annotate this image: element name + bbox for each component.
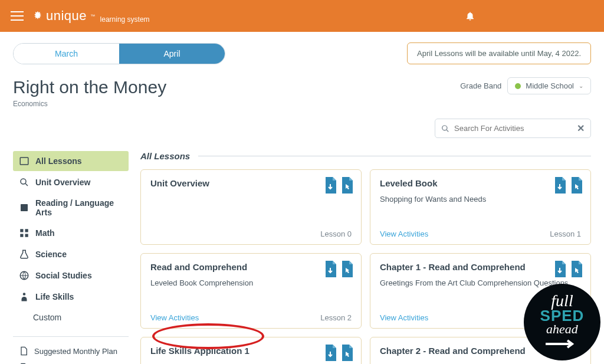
grid-icon [19, 156, 29, 166]
svg-rect-5 [25, 229, 28, 232]
card-desc: Leveled Book Comprehension [150, 278, 352, 288]
card-desc: Greetings From the Art Club Comprehensio… [380, 278, 581, 288]
sidebar-label: Social Studies [35, 271, 92, 280]
sidebar-label: Reading / Language Arts [35, 198, 123, 217]
sidebar-item-reading[interactable]: Reading / Language Arts [13, 194, 129, 222]
snowflake-icon [32, 10, 44, 22]
month-tab-march[interactable]: March [14, 44, 119, 64]
squares-icon [19, 228, 29, 238]
brand-sub-text: learning system [100, 15, 150, 24]
pdf-download-icon[interactable] [323, 177, 337, 194]
pdf-icon [19, 346, 28, 356]
page-subtitle: Economics [13, 100, 166, 108]
card-title: Unit Overview [150, 178, 352, 188]
card-title: Read and Comprehend [150, 262, 352, 272]
view-activities-link[interactable]: View Activities [380, 229, 428, 238]
search-box[interactable]: ✕ [435, 119, 591, 138]
month-tab-april[interactable]: April [119, 44, 225, 64]
interactive-icon[interactable] [340, 177, 354, 194]
card-desc: Planning the Budget [380, 362, 581, 364]
gradeband-dropdown[interactable]: Middle School ⌄ [507, 77, 591, 94]
title-row: Right on the Money Economics Grade Band … [13, 77, 591, 108]
search-row: ✕ [13, 119, 591, 138]
cards-grid: Unit Overview Lesson 0 Leveled Book Shop… [140, 169, 591, 364]
interactive-icon[interactable] [340, 261, 354, 277]
view-activities-link[interactable]: View Activities [150, 313, 199, 322]
card-doc-icons [553, 177, 583, 194]
sidebar-item-science[interactable]: Science [13, 244, 129, 264]
grade-dot-icon [515, 83, 521, 89]
svg-point-1 [21, 179, 26, 184]
pdf-download-icon[interactable] [323, 345, 337, 361]
person-icon [19, 291, 29, 302]
svg-rect-3 [21, 204, 28, 211]
sidebar-item-custom[interactable]: Custom [13, 308, 129, 327]
sidebar-item-all-lessons[interactable]: All Lessons [13, 151, 129, 171]
svg-line-2 [25, 183, 28, 186]
pdf-download-icon[interactable] [553, 261, 567, 277]
sidebar-divider [13, 336, 129, 337]
card-desc: Visiting an Art Museum [150, 362, 352, 364]
doc-label: Suggested Monthly Plan [34, 347, 117, 356]
sidebar-doc-lesson-plans[interactable]: Lesson Plans [13, 359, 129, 364]
month-toggle: March April [13, 43, 225, 64]
sidebar-item-unit-overview[interactable]: Unit Overview [13, 172, 129, 192]
bell-icon[interactable] [465, 11, 475, 21]
topbar: unique™ learning system [0, 0, 604, 32]
card-title: Life Skills Application 1 [150, 346, 352, 356]
card-title: Chapter 1 - Read and Comprehend [380, 262, 581, 272]
svg-rect-4 [20, 229, 23, 232]
book-icon [19, 202, 29, 213]
main-panel: All Lessons Unit Overview Lesson 0 [140, 151, 591, 364]
sidebar-item-math[interactable]: Math [13, 223, 129, 243]
lesson-card[interactable]: Read and Comprehend Leveled Book Compreh… [140, 253, 362, 329]
lesson-card[interactable]: Unit Overview Lesson 0 [140, 169, 362, 245]
sidebar-item-social-studies[interactable]: Social Studies [13, 265, 129, 286]
pdf-download-icon[interactable] [323, 261, 337, 277]
svg-rect-7 [25, 234, 28, 237]
brand-logo: unique™ [32, 8, 96, 24]
sidebar-item-life-skills[interactable]: Life Skills [13, 287, 129, 307]
view-activities-link[interactable]: View Activities [380, 313, 428, 322]
search-icon [441, 124, 449, 133]
gradeband-value: Middle School [526, 81, 574, 90]
lesson-number: Lesson 2 [320, 313, 352, 322]
card-doc-icons [323, 345, 354, 361]
section-header: All Lessons [140, 151, 591, 161]
pdf-download-icon[interactable] [553, 177, 567, 194]
search-input[interactable] [454, 124, 572, 133]
svg-point-9 [23, 293, 26, 296]
search-icon [19, 177, 29, 188]
brand-main-text: unique [46, 8, 87, 24]
card-doc-icons [553, 261, 583, 277]
lesson-card[interactable]: Leveled Book Shopping for Wants and Need… [370, 169, 591, 245]
interactive-icon[interactable] [569, 261, 583, 277]
sidebar-label: Custom [33, 313, 61, 322]
availability-notice: April Lessons will be available until Ma… [407, 42, 591, 64]
lesson-number: Lesson 0 [320, 229, 352, 238]
lesson-card[interactable]: Chapter 1 - Read and Comprehend Greeting… [370, 253, 591, 329]
sidebar-label: Science [35, 250, 67, 259]
sidebar-label: Unit Overview [35, 178, 90, 187]
lesson-number: Lesson 1 [550, 229, 581, 238]
section-divider [198, 156, 591, 156]
svg-rect-6 [20, 234, 23, 237]
sidebar: All Lessons Unit Overview Reading / Lang… [13, 151, 129, 364]
lesson-card[interactable]: Life Skills Application 1 Visiting an Ar… [140, 337, 362, 364]
search-clear-icon[interactable]: ✕ [577, 123, 585, 134]
page-title: Right on the Money [13, 77, 166, 97]
top-row: March April April Lessons will be availa… [13, 42, 591, 64]
interactive-icon[interactable] [340, 345, 354, 361]
sidebar-label: All Lessons [35, 156, 82, 166]
sidebar-doc-monthly-plan[interactable]: Suggested Monthly Plan [13, 343, 129, 359]
svg-rect-0 [20, 158, 28, 165]
interactive-icon[interactable] [569, 177, 583, 194]
lesson-card[interactable]: Chapter 2 - Read and Comprehend Planning… [370, 337, 591, 364]
globe-icon [19, 270, 29, 281]
sidebar-label: Life Skills [35, 292, 74, 301]
hamburger-menu-icon[interactable] [11, 11, 24, 21]
section-title: All Lessons [140, 151, 190, 161]
gradeband-group: Grade Band Middle School ⌄ [460, 77, 591, 94]
brand: unique™ learning system [32, 8, 150, 24]
card-title: Chapter 2 - Read and Comprehend [380, 346, 581, 356]
